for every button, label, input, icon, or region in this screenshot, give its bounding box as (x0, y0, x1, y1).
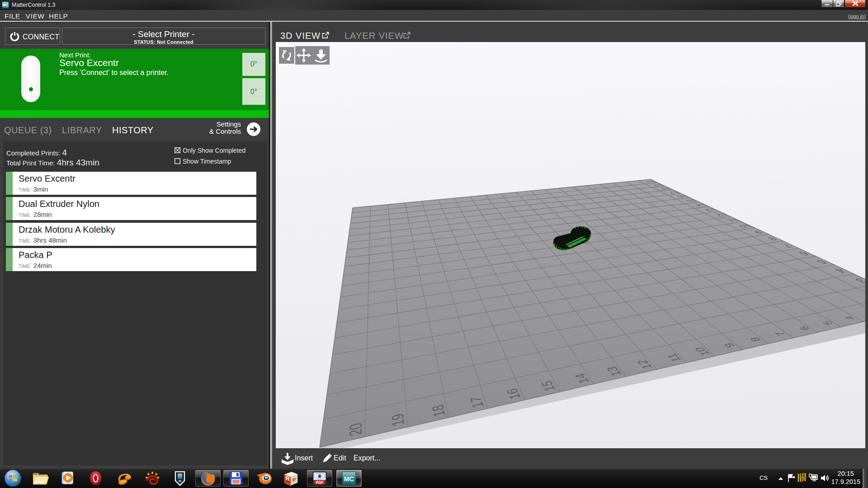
svg-text:P: P (292, 477, 296, 483)
svg-text:R: R (286, 474, 290, 483)
svg-text:PDF: PDF (316, 480, 324, 485)
svg-text:MC: MC (344, 475, 354, 483)
